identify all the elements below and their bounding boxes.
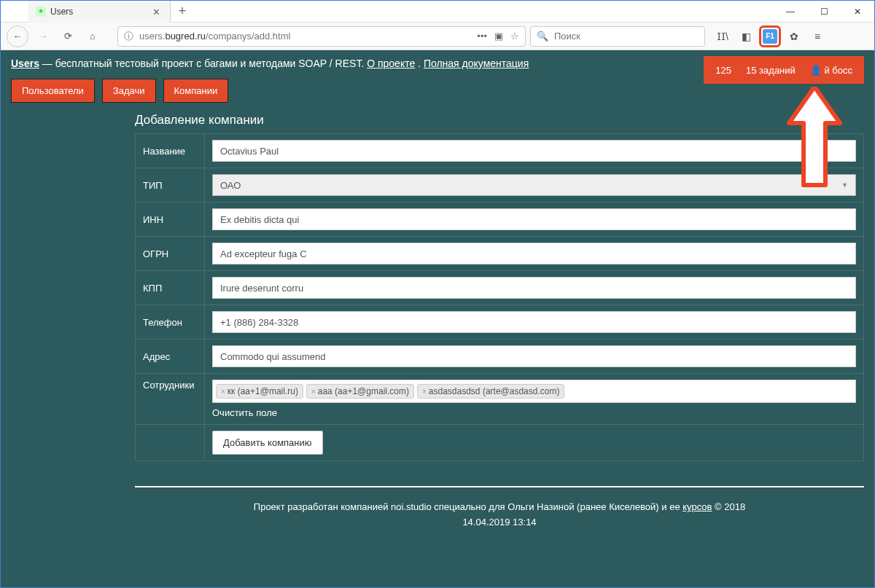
info-icon: ⓘ (124, 30, 133, 43)
nav-users[interactable]: Пользователи (11, 79, 95, 103)
tasks-count[interactable]: 15 заданий (746, 65, 796, 76)
label-phone: Телефон (136, 305, 205, 340)
search-bar[interactable]: 🔍 (530, 26, 705, 47)
forward-button[interactable]: → (33, 26, 53, 47)
clear-employees-link[interactable]: Очистить поле (212, 407, 856, 418)
page-title: Добавление компании (135, 110, 864, 133)
extension-highlighted[interactable]: F1 (759, 26, 781, 47)
label-inn: ИНН (136, 203, 205, 237)
employees-tags[interactable]: ×кк (aa+1@mail.ru) ×aaa (aa+1@gmail.com)… (212, 380, 856, 403)
search-icon: 🔍 (537, 31, 548, 42)
maximize-button[interactable]: ☐ (807, 1, 841, 22)
label-kpp: КПП (136, 271, 205, 305)
footer-credits: Проект разработан компанией noi.studio с… (135, 499, 864, 514)
reload-button[interactable]: ⟳ (58, 26, 78, 47)
employee-tag[interactable]: ×asdasdasdsd (arte@asdasd.com) (417, 384, 564, 399)
nav-tasks[interactable]: Задачи (102, 79, 156, 103)
employee-tag[interactable]: ×aaa (aa+1@gmail.com) (306, 384, 414, 399)
sidebar-icon[interactable]: ◧ (736, 26, 756, 47)
label-ogrn: ОГРН (136, 237, 205, 271)
remove-tag-icon[interactable]: × (311, 388, 316, 396)
label-name: Название (136, 134, 205, 168)
input-ogrn[interactable] (212, 243, 856, 264)
input-kpp[interactable] (212, 277, 856, 299)
tab-close-icon[interactable]: ✕ (152, 7, 163, 17)
reader-icon[interactable]: ▣ (494, 31, 503, 42)
label-employees: Сотрудники (136, 374, 205, 425)
input-name[interactable] (212, 140, 856, 162)
tab-favicon (36, 7, 46, 17)
remove-tag-icon[interactable]: × (422, 388, 427, 396)
close-window-button[interactable]: ✕ (841, 1, 874, 22)
courses-link[interactable]: курсов (682, 501, 712, 512)
addon-icon[interactable]: ✿ (784, 26, 804, 47)
submit-button[interactable]: Добавить компанию (212, 431, 323, 455)
window-titlebar: Users ✕ + — ☐ ✕ (1, 1, 874, 23)
library-icon[interactable]: 𝖨𝖨\ (712, 26, 733, 47)
user-status-bar: 125 15 заданий 👤 й босс (704, 56, 864, 84)
docs-link[interactable]: Полная документация (424, 58, 529, 69)
home-button[interactable]: ⌂ (82, 26, 103, 47)
tab-title: Users (50, 7, 152, 17)
input-address[interactable] (212, 345, 856, 367)
points-value: 125 (715, 65, 731, 76)
label-type: ТИП (136, 168, 205, 203)
new-tab-button[interactable]: + (171, 1, 194, 22)
label-address: Адрес (136, 340, 205, 374)
minimize-button[interactable]: — (774, 1, 807, 22)
callout-arrow (785, 87, 844, 191)
employee-tag[interactable]: ×кк (aa+1@mail.ru) (216, 384, 303, 399)
input-phone[interactable] (212, 311, 856, 333)
bookmark-icon[interactable]: ☆ (510, 31, 519, 42)
remove-tag-icon[interactable]: × (221, 388, 225, 396)
menu-icon[interactable]: ≡ (807, 26, 828, 47)
url-bar[interactable]: ⓘ users.users.bugred.rubugred.ru/company… (117, 26, 526, 47)
input-inn[interactable] (212, 208, 856, 230)
nav-companies[interactable]: Компании (163, 79, 229, 103)
about-link[interactable]: О проекте (367, 58, 415, 69)
url-text: users.users.bugred.rubugred.ru/companys/… (139, 31, 471, 42)
browser-toolbar: ← → ⟳ ⌂ ⓘ users.users.bugred.rubugred.ru… (1, 23, 874, 50)
brand-link[interactable]: Users (11, 58, 39, 69)
user-avatar[interactable]: 👤 й босс (810, 65, 852, 76)
select-type[interactable]: ОАО (212, 174, 856, 196)
search-input[interactable] (554, 31, 699, 42)
footer-timestamp: 14.04.2019 13:14 (135, 514, 864, 530)
browser-tab[interactable]: Users ✕ (28, 1, 171, 23)
back-button[interactable]: ← (7, 26, 28, 47)
more-icon[interactable]: ••• (477, 31, 487, 42)
